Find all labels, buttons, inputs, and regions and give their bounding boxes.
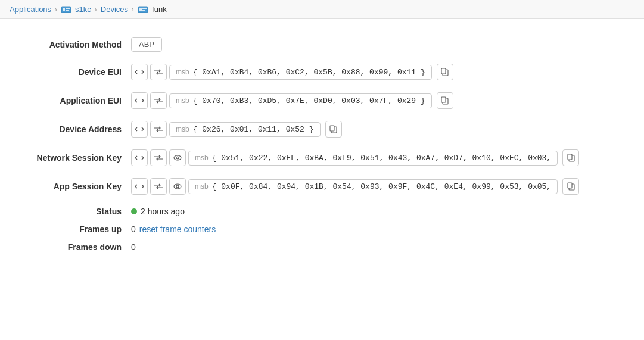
device-group-icon (61, 5, 71, 14)
device-address-value-box: msb { 0x26, 0x01, 0x11, 0x52 } (169, 122, 321, 137)
network-session-key-label: Network Session Key (24, 153, 131, 163)
frames-up-row: Frames up 0 reset frame counters (24, 224, 620, 234)
frames-up-label: Frames up (24, 224, 131, 234)
device-address-label: Device Address (24, 124, 131, 134)
app-eui-copy-btn[interactable] (437, 92, 453, 109)
app-eui-swap-btn[interactable] (150, 92, 167, 109)
breadcrumb-sep-2: › (95, 5, 97, 14)
nsk-code-btn[interactable] (131, 149, 148, 166)
status-label: Status (24, 207, 131, 216)
app-eui-msb: msb (176, 96, 189, 105)
ask-value-box: msb { 0x0F, 0x84, 0x94, 0x1B, 0x54, 0x93… (188, 179, 558, 194)
device-eui-swap-btn[interactable] (150, 64, 167, 80)
svg-rect-21 (568, 183, 572, 188)
application-eui-label: Application EUI (24, 96, 131, 105)
ask-copy-btn[interactable] (562, 178, 579, 195)
svg-rect-3 (66, 10, 69, 11)
main-content: Activation Method ABP Device EUI msb { 0… (0, 19, 644, 278)
device-eui-value: { 0xA1, 0xB4, 0xB6, 0xC2, 0x5B, 0x88, 0x… (193, 68, 425, 77)
frames-down-label: Frames down (24, 242, 131, 252)
app-session-key-label: App Session Key (24, 182, 131, 191)
ask-eye-btn[interactable] (169, 178, 186, 195)
breadcrumb-sep-1: › (55, 5, 57, 14)
svg-rect-6 (142, 8, 147, 9)
nsk-copy-btn[interactable] (562, 149, 579, 166)
network-session-key-row: Network Session Key msb { 0x51, 0x22, 0x… (24, 149, 620, 166)
nsk-value-box: msb { 0x51, 0x22, 0xEF, 0xBA, 0xF9, 0x51… (188, 151, 558, 166)
breadcrumb-current: funk (152, 5, 167, 14)
device-eui-controls: msb { 0xA1, 0xB4, 0xB6, 0xC2, 0x5B, 0x88… (131, 64, 453, 80)
nsk-eye-btn[interactable] (169, 149, 186, 166)
reset-frame-counters-link[interactable]: reset frame counters (139, 224, 216, 234)
application-eui-controls: msb { 0x70, 0xB3, 0xD5, 0x7E, 0xD0, 0x03… (131, 92, 453, 109)
current-device-icon (138, 5, 148, 14)
ask-value: { 0x0F, 0x84, 0x94, 0x1B, 0x54, 0x93, 0x… (212, 182, 552, 191)
frames-down-value: 0 (131, 242, 136, 252)
nsk-swap-btn[interactable] (150, 149, 167, 166)
device-address-value: { 0x26, 0x01, 0x11, 0x52 } (193, 125, 314, 134)
device-eui-msb: msb (176, 68, 189, 76)
status-row: Status 2 hours ago (24, 207, 620, 216)
activation-method-label: Activation Method (24, 40, 131, 49)
status-time: 2 hours ago (141, 207, 185, 216)
ask-msb: msb (195, 182, 209, 191)
svg-rect-9 (441, 68, 446, 74)
device-eui-code-btn[interactable] (131, 64, 148, 80)
status-dot (131, 208, 137, 214)
device-address-copy-btn[interactable] (325, 121, 342, 138)
app-eui-code-btn[interactable] (131, 92, 148, 109)
breadcrumb-applications[interactable]: Applications (10, 5, 51, 14)
ask-swap-btn[interactable] (150, 178, 167, 195)
device-eui-copy-btn[interactable] (437, 64, 453, 80)
abp-button[interactable]: ABP (131, 37, 162, 52)
svg-rect-2 (66, 8, 70, 9)
svg-rect-7 (142, 10, 145, 11)
breadcrumb-devices[interactable]: Devices (101, 5, 128, 14)
app-session-key-controls: msb { 0x0F, 0x84, 0x94, 0x1B, 0x54, 0x93… (131, 178, 579, 195)
breadcrumb-device-group[interactable]: s1kc (75, 5, 91, 14)
frames-up-value: 0 (131, 224, 136, 234)
svg-rect-5 (139, 8, 142, 11)
svg-point-14 (174, 155, 181, 160)
svg-point-18 (174, 184, 181, 189)
device-eui-row: Device EUI msb { 0xA1, 0xB4, 0xB6, 0xC2,… (24, 64, 620, 80)
breadcrumb: Applications › s1kc › Devices › funk (0, 0, 644, 19)
frames-down-row: Frames down 0 (24, 242, 620, 252)
application-eui-value-box: msb { 0x70, 0xB3, 0xD5, 0x7E, 0xD0, 0x03… (169, 93, 432, 108)
breadcrumb-sep-3: › (132, 5, 134, 14)
device-eui-value-box: msb { 0xA1, 0xB4, 0xB6, 0xC2, 0x5B, 0x88… (169, 65, 432, 80)
svg-rect-17 (568, 154, 572, 160)
svg-rect-1 (63, 8, 65, 11)
network-session-key-controls: msb { 0x51, 0x22, 0xEF, 0xBA, 0xF9, 0x51… (131, 149, 579, 166)
svg-rect-13 (330, 126, 334, 131)
nsk-value: { 0x51, 0x22, 0xEF, 0xBA, 0xF9, 0x51, 0x… (212, 154, 552, 163)
svg-point-15 (176, 157, 179, 159)
nsk-msb: msb (195, 154, 209, 162)
device-address-msb: msb (176, 125, 189, 133)
application-eui-row: Application EUI msb { 0x70, 0xB3, 0xD5, … (24, 92, 620, 109)
svg-rect-11 (441, 97, 446, 102)
activation-method-controls: ABP (131, 37, 162, 52)
device-address-controls: msb { 0x26, 0x01, 0x11, 0x52 } (131, 121, 342, 138)
device-address-row: Device Address msb { 0x26, 0x01, 0x11, 0… (24, 121, 620, 138)
activation-method-row: Activation Method ABP (24, 37, 620, 52)
device-address-code-btn[interactable] (131, 121, 148, 138)
device-address-swap-btn[interactable] (150, 121, 167, 138)
svg-point-19 (176, 185, 179, 188)
ask-code-btn[interactable] (131, 178, 148, 195)
device-eui-label: Device EUI (24, 67, 131, 77)
app-session-key-row: App Session Key msb { 0x0F, 0x84, 0x94, … (24, 178, 620, 195)
application-eui-value: { 0x70, 0xB3, 0xD5, 0x7E, 0xD0, 0x03, 0x… (193, 96, 425, 105)
